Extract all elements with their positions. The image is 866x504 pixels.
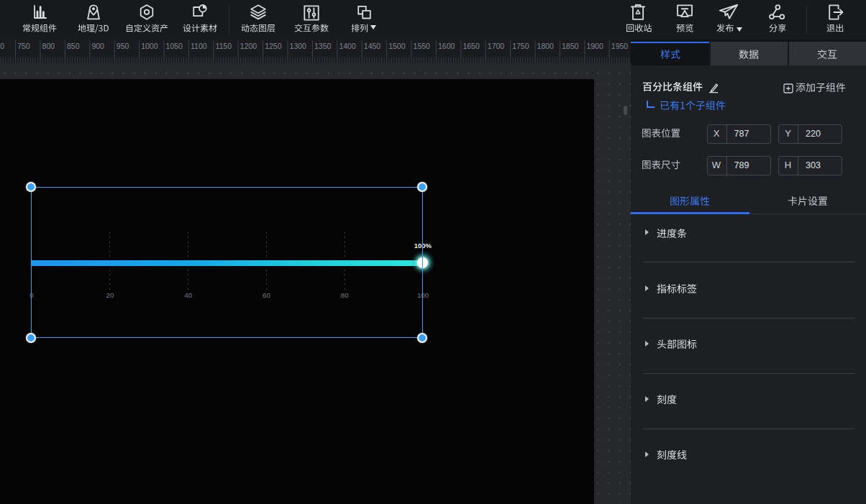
svg-text:1650: 1650 <box>462 42 480 50</box>
svg-text:1200: 1200 <box>240 42 257 50</box>
svg-text:1400: 1400 <box>339 42 356 50</box>
svg-text:1700: 1700 <box>488 42 505 50</box>
svg-text:1450: 1450 <box>364 42 381 50</box>
svg-text:1100: 1100 <box>191 42 207 50</box>
svg-text:800: 800 <box>42 42 55 50</box>
svg-text:1000: 1000 <box>141 42 158 50</box>
svg-text:1800: 1800 <box>537 42 555 50</box>
svg-text:750: 750 <box>17 42 30 50</box>
svg-text:1050: 1050 <box>166 42 183 50</box>
svg-text:1550: 1550 <box>414 42 431 50</box>
svg-text:1500: 1500 <box>388 42 406 50</box>
svg-text:1850: 1850 <box>562 42 579 50</box>
svg-text:1900: 1900 <box>586 42 603 50</box>
svg-text:1150: 1150 <box>215 42 232 50</box>
svg-text:1250: 1250 <box>265 42 282 50</box>
svg-text:1950: 1950 <box>611 42 629 50</box>
svg-text:0: 0 <box>0 42 4 50</box>
svg-text:950: 950 <box>117 42 129 50</box>
svg-text:850: 850 <box>67 42 80 50</box>
svg-text:900: 900 <box>91 42 104 50</box>
svg-text:1350: 1350 <box>314 42 332 50</box>
svg-text:1600: 1600 <box>438 42 455 50</box>
svg-text:1750: 1750 <box>512 42 529 50</box>
svg-text:1300: 1300 <box>290 42 307 50</box>
